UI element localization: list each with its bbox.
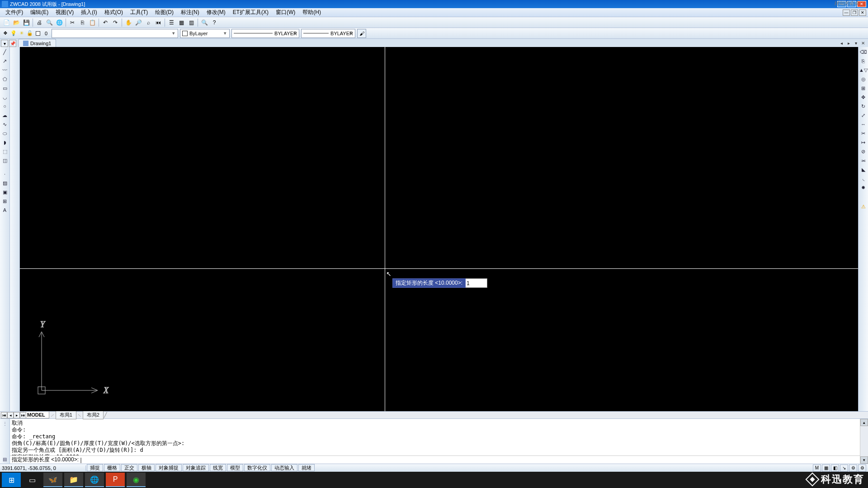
print-button[interactable]: 🖨 bbox=[35, 18, 44, 27]
status-icon-0[interactable]: M bbox=[813, 465, 821, 472]
status-mode-3[interactable]: 极轴 bbox=[138, 464, 155, 471]
command-expand-icon[interactable]: ▤ bbox=[1, 455, 9, 463]
explode-icon[interactable]: ✸ bbox=[859, 183, 868, 192]
layout-tab-model[interactable]: MODEL bbox=[23, 412, 49, 418]
layer-on-icon[interactable]: 💡 bbox=[10, 30, 17, 37]
offset-icon[interactable]: ◎ bbox=[859, 75, 868, 83]
new-button[interactable]: 📄 bbox=[2, 18, 11, 27]
properties-button[interactable]: ☰ bbox=[167, 18, 176, 27]
doctab-dropdown-button[interactable]: ▾ bbox=[853, 40, 859, 46]
menu-view[interactable]: 视图(V) bbox=[52, 8, 77, 17]
mdi-restore-button[interactable]: ❐ bbox=[851, 9, 858, 16]
revcloud-icon[interactable]: ☁ bbox=[1, 111, 9, 119]
cut-button[interactable]: ✂ bbox=[68, 18, 77, 27]
coordinates-display[interactable]: 3391.6071, -536.0755, 0 bbox=[0, 465, 86, 471]
task-view-button[interactable]: ▭ bbox=[23, 473, 42, 487]
menu-format[interactable]: 格式(O) bbox=[101, 8, 127, 17]
help-button[interactable]: ? bbox=[210, 18, 219, 27]
mtext-icon[interactable]: A bbox=[1, 206, 9, 214]
linetype-combo[interactable]: BYLAYER ▾ bbox=[231, 29, 299, 38]
status-icon-5[interactable]: ⚙ bbox=[858, 465, 866, 472]
menu-modify[interactable]: 修改(M) bbox=[203, 8, 229, 17]
array-icon[interactable]: ⊞ bbox=[859, 84, 868, 92]
spline-icon[interactable]: ∿ bbox=[1, 120, 9, 128]
open-button[interactable]: 📂 bbox=[12, 18, 21, 27]
status-mode-10[interactable]: 就绪 bbox=[298, 464, 315, 471]
copy-button[interactable]: ⎘ bbox=[78, 18, 87, 27]
mdi-minimize-button[interactable]: — bbox=[843, 9, 850, 16]
pan-button[interactable]: ✋ bbox=[124, 18, 133, 27]
line-icon[interactable]: ╱ bbox=[1, 48, 9, 56]
ellipse-icon[interactable]: ⬭ bbox=[1, 129, 9, 137]
chamfer-icon[interactable]: ◣ bbox=[859, 165, 868, 174]
paste-button[interactable]: 📋 bbox=[88, 18, 97, 27]
status-icon-4[interactable]: ⚙ bbox=[849, 465, 857, 472]
lineweight-combo[interactable]: BYLAYER ▾ bbox=[301, 29, 355, 38]
color-combo[interactable]: ByLayer ▾ bbox=[180, 29, 230, 38]
layout-tab-1[interactable]: 布局1 bbox=[56, 411, 76, 419]
plot-style-button[interactable]: 🖌 bbox=[357, 29, 366, 38]
status-icon-3[interactable]: ↘ bbox=[840, 465, 848, 472]
taskbar-app-2[interactable]: 🌐 bbox=[85, 473, 104, 487]
undo-button[interactable]: ↶ bbox=[101, 18, 110, 27]
command-history[interactable]: 取消 命令: 命令: _rectang 倒角(C)/标高(E)/圆角(F)/厚度… bbox=[10, 419, 860, 455]
menu-draw[interactable]: 绘图(D) bbox=[151, 8, 177, 17]
menu-et-tools[interactable]: ET扩展工具(X) bbox=[229, 8, 272, 17]
menu-tools[interactable]: 工具(T) bbox=[127, 8, 151, 17]
doctab-prev-button[interactable]: ◂ bbox=[838, 40, 844, 46]
layout-tab-2[interactable]: 布局2 bbox=[83, 411, 104, 419]
stretch-icon[interactable]: ↔ bbox=[859, 120, 868, 128]
status-mode-9[interactable]: 动态输入 bbox=[271, 464, 297, 471]
design-center-button[interactable]: ▦ bbox=[177, 18, 186, 27]
make-block-icon[interactable]: ◫ bbox=[1, 156, 9, 164]
start-button[interactable]: ⊞ bbox=[2, 473, 21, 487]
doctab-pin-button[interactable]: 📌 bbox=[9, 40, 16, 47]
zoom-window-button[interactable]: ⌕ bbox=[144, 18, 153, 27]
rectangle-icon[interactable]: ▭ bbox=[1, 84, 9, 92]
status-icon-1[interactable]: ▦ bbox=[822, 465, 830, 472]
zoom-previous-button[interactable]: ⏮ bbox=[154, 18, 163, 27]
drawing-canvas[interactable]: ↖ Y X 指定矩形的长度 <10.0000>: bbox=[20, 47, 858, 411]
preview-button[interactable]: 🔍 bbox=[45, 18, 54, 27]
copy-obj-icon[interactable]: ⎘ bbox=[859, 57, 868, 65]
move-icon[interactable]: ✥ bbox=[859, 93, 868, 101]
layout-first-button[interactable]: ⏮ bbox=[1, 412, 7, 418]
zoom-button[interactable]: 🔍 bbox=[200, 18, 209, 27]
doctab-menu-button[interactable]: ▾ bbox=[1, 40, 8, 47]
status-mode-0[interactable]: 捕捉 bbox=[87, 464, 103, 471]
extend-icon[interactable]: ↦ bbox=[859, 138, 868, 146]
xline-icon[interactable]: ↗ bbox=[1, 57, 9, 65]
save-button[interactable]: 💾 bbox=[22, 18, 31, 27]
tool-palettes-button[interactable]: ▥ bbox=[187, 18, 196, 27]
rotate-icon[interactable]: ↻ bbox=[859, 102, 868, 110]
status-mode-7[interactable]: 模型 bbox=[227, 464, 243, 471]
mirror-icon[interactable]: ▲▽ bbox=[859, 66, 868, 74]
hatch-icon[interactable]: ▨ bbox=[1, 179, 9, 187]
layout-prev-button[interactable]: ◂ bbox=[7, 412, 14, 418]
zoom-realtime-button[interactable]: 🔎 bbox=[134, 18, 143, 27]
join-icon[interactable]: ⫘ bbox=[859, 156, 868, 164]
command-grip-icon[interactable]: ⋮ bbox=[1, 420, 9, 427]
layer-combo[interactable]: ▾ bbox=[52, 29, 178, 38]
point-icon[interactable]: · bbox=[1, 170, 9, 178]
layer-freeze-icon[interactable]: ☀ bbox=[18, 30, 25, 37]
fillet-icon[interactable]: ◟ bbox=[859, 174, 868, 183]
taskbar-app-3[interactable]: ◉ bbox=[127, 473, 146, 487]
taskbar-powerpoint[interactable]: P bbox=[106, 473, 125, 487]
layout-next-button[interactable]: ▸ bbox=[14, 412, 20, 418]
mdi-close-button[interactable]: ✕ bbox=[859, 9, 866, 16]
menu-window[interactable]: 窗口(W) bbox=[272, 8, 299, 17]
status-mode-4[interactable]: 对象捕捉 bbox=[156, 464, 182, 471]
region-icon[interactable]: ▣ bbox=[1, 188, 9, 196]
circle-icon[interactable]: ○ bbox=[1, 102, 9, 110]
taskbar-app-1[interactable]: 🦋 bbox=[43, 473, 62, 487]
command-scrollbar[interactable]: ▴ ▾ bbox=[860, 419, 868, 464]
layer-lock-icon[interactable]: 🔓 bbox=[26, 30, 33, 37]
menu-insert[interactable]: 插入(I) bbox=[77, 8, 100, 17]
status-icon-2[interactable]: ◧ bbox=[831, 465, 839, 472]
insert-block-icon[interactable]: ⬚ bbox=[1, 147, 9, 155]
layout-last-button[interactable]: ⏭ bbox=[20, 412, 26, 418]
menu-help[interactable]: 帮助(H) bbox=[299, 8, 325, 17]
status-mode-8[interactable]: 数字化仪 bbox=[244, 464, 270, 471]
menu-file[interactable]: 文件(F) bbox=[2, 8, 27, 17]
